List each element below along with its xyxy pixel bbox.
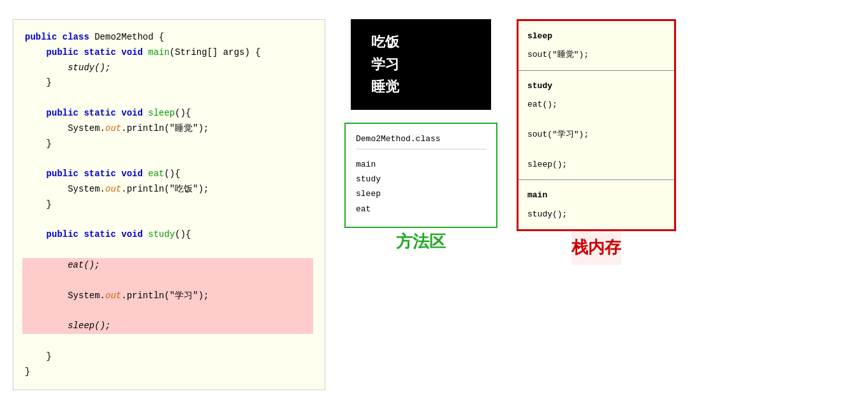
stack-panel: sleep sout("睡觉"); study eat();sout("学习")… [517,19,676,231]
code-line: public static void main(String[] args) { [25,45,313,61]
code-line: } [25,349,313,365]
method-name: main [148,47,170,57]
method-name: eat [148,169,164,179]
method-entry: eat [356,202,486,216]
method-name: sleep [148,108,175,118]
frame-body: eat();sout("学习");sleep(); [527,97,665,172]
code-line [25,151,313,167]
method-area-label: 方法区 [396,231,446,253]
middle-panel: 吃饭 学习 睡觉 Demo2Method.class main study sl… [344,19,497,253]
stack-frame-study: study eat();sout("学习");sleep(); [519,71,674,180]
highlighted-line: System.out.println("学习"); [22,289,313,304]
system-out: out [105,291,121,301]
highlighted-line [22,303,313,319]
method-entry: study [356,172,486,186]
code-line: } [25,137,313,152]
code-line: } [25,197,313,213]
frame-body: study(); [527,207,665,222]
keyword: public static void [25,47,148,57]
stack-frame-main: main study(); [519,180,674,229]
output-box: 吃饭 学习 睡觉 [351,19,491,110]
code-line: } [25,365,313,380]
highlighted-line: eat(); [22,258,313,273]
stack-panel-wrapper: sleep sout("睡觉"); study eat();sout("学习")… [517,13,676,265]
code-line [25,213,313,228]
code-text: (){ [175,108,191,118]
keyword: public static void [25,169,148,179]
code-text: (){ [164,169,180,179]
code-text: study(); [25,63,110,73]
keyword: public static void [25,229,148,239]
code-line: study(); [25,61,313,76]
frame-name: sleep [527,29,665,43]
code-panel: public class Demo2Method { public static… [13,19,325,390]
code-text: Demo2Method { [94,32,164,42]
code-line [25,334,313,349]
code-line [25,91,313,106]
system-out: out [105,184,121,194]
keyword: public class [25,32,94,42]
output-line: 吃饭 [371,31,471,53]
code-line: System.out.println("睡觉"); [25,121,313,137]
output-line: 睡觉 [371,75,471,98]
keyword: public static void [25,108,148,118]
highlighted-line: sleep(); [22,319,313,334]
frame-name: study [527,79,665,93]
frame-name: main [527,188,665,202]
frame-body: sout("睡觉"); [527,47,665,62]
code-text: sleep(); [68,321,110,331]
method-entry: sleep [356,186,486,201]
code-line: public static void sleep(){ [25,106,313,121]
method-entry: main [356,157,486,172]
code-text: (){ [175,229,191,239]
stack-label: 栈内存 [571,231,621,265]
code-line [25,243,313,258]
methods-list: main study sleep eat [356,157,486,217]
code-line: public static void eat(){ [25,167,313,182]
method-name: study [148,229,175,239]
class-name: Demo2Method.class [356,134,486,149]
code-line: System.out.println("吃饭"); [25,182,313,197]
method-area-box: Demo2Method.class main study sleep eat [344,123,497,229]
code-line: public static void study(){ [25,227,313,243]
code-line: public class Demo2Method { [25,30,313,45]
output-line: 学习 [371,53,471,75]
code-line: } [25,75,313,91]
code-text: (String[] args) { [170,47,261,57]
stack-frame-sleep: sleep sout("睡觉"); [519,21,674,71]
system-out: out [105,123,121,133]
code-text: eat(); [68,260,99,270]
highlighted-line [22,273,313,289]
